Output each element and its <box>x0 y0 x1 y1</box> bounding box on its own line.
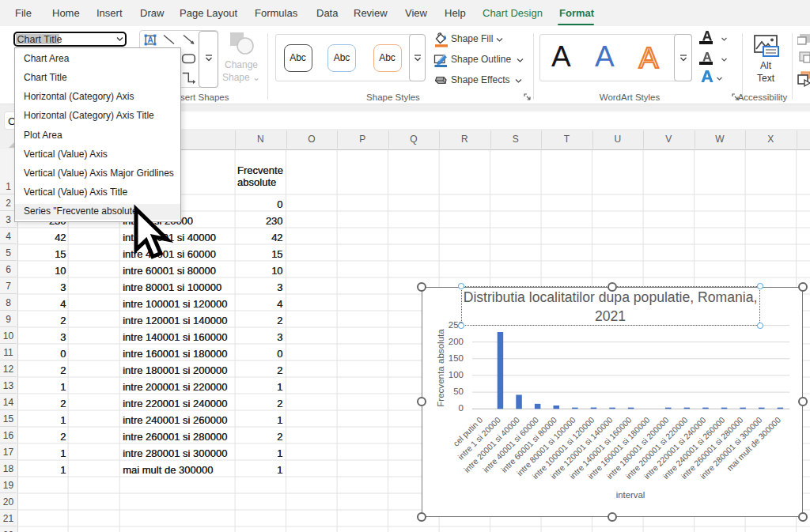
svg-text:A: A <box>639 42 659 74</box>
svg-text:A: A <box>147 36 153 44</box>
